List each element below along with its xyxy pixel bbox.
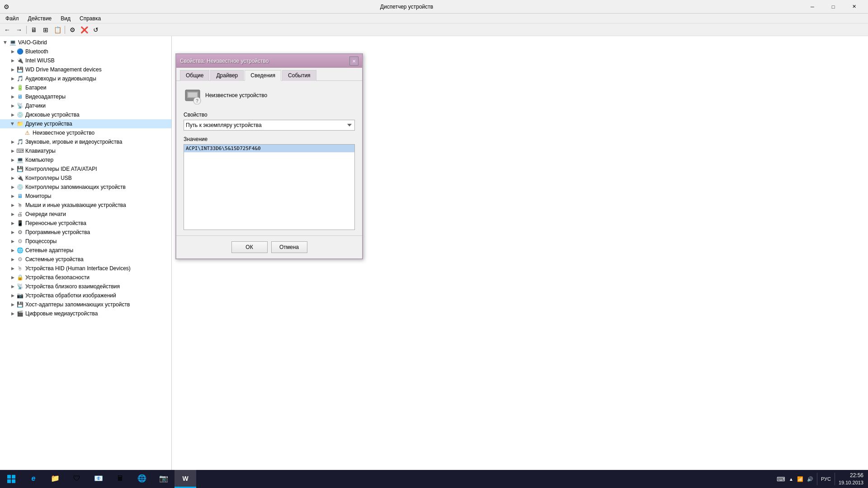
tree-item-ide[interactable]: ▶ 💾 Контроллеры IDE ATA/ATAPI [0, 164, 171, 174]
tree-root[interactable]: ▶ 💻 VAIO-Gibrid [0, 38, 171, 47]
battery-icon: 🔋 [16, 84, 24, 91]
security-label: Устройства безопасности [25, 274, 90, 281]
tree-item-bluetooth[interactable]: ▶ 🔵 Bluetooth [0, 47, 171, 56]
kbd-icon: ⌨ [16, 147, 24, 155]
taskbar-camera[interactable]: 📷 [153, 470, 175, 488]
wiusb-label: Intel WiUSB [25, 57, 55, 64]
tree-item-computer[interactable]: ▶ 💻 Компьютер [0, 155, 171, 164]
tree-item-display[interactable]: ▶ 🖥 Видеоадаптеры [0, 92, 171, 101]
tree-item-other[interactable]: ▶ 📁 Другие устройства [0, 119, 171, 128]
tree-item-software[interactable]: ▶ ⚙ Программные устройства [0, 228, 171, 237]
tree-item-sound[interactable]: ▶ 🎵 Звуковые, игровые и видеоустройства [0, 137, 171, 146]
menu-help[interactable]: Справка [76, 14, 104, 23]
title-controls: ─ □ ✕ [802, 0, 864, 14]
tree-item-media[interactable]: ▶ 🎬 Цифровые медиаустройства [0, 309, 171, 318]
tree-item-monitors[interactable]: ▶ 🖥 Мониторы [0, 192, 171, 201]
display-icon: 🖥 [16, 93, 24, 100]
dialog-title-bar: Свойства: Неизвестное устройство ✕ [176, 54, 362, 68]
value-empty-area [184, 152, 354, 228]
minimize-button[interactable]: ─ [802, 0, 823, 14]
battery-label: Батареи [25, 84, 46, 91]
taskbar-ie[interactable]: e [23, 470, 44, 488]
taskbar-calculator[interactable]: 🖩 [109, 470, 131, 488]
wiusb-chevron: ▶ [9, 57, 16, 64]
tree-item-processors[interactable]: ▶ ⚙ Процессоры [0, 237, 171, 246]
software-label: Программные устройства [25, 229, 90, 235]
taskbar-word[interactable]: W [175, 470, 196, 488]
root-label: VAIO-Gibrid [18, 39, 47, 46]
toolbar-btn-2[interactable]: → [14, 25, 24, 35]
maximize-button[interactable]: □ [823, 0, 844, 14]
hostadapter-icon: 💾 [16, 301, 24, 308]
close-button[interactable]: ✕ [844, 0, 864, 14]
menu-file[interactable]: Файл [2, 14, 23, 23]
tab-driver[interactable]: Драйвер [210, 70, 244, 81]
tree-item-kbd[interactable]: ▶ ⌨ Клавиатуры [0, 146, 171, 155]
network-icon: 📶 [797, 476, 803, 482]
tab-events[interactable]: События [282, 70, 316, 81]
svg-text:?: ? [196, 99, 198, 103]
taskbar-browser[interactable]: 🌐 [131, 470, 153, 488]
unknown-icon: ⚠ [24, 129, 31, 136]
toolbar-btn-6[interactable]: ⚙ [67, 25, 78, 35]
cancel-button[interactable]: Отмена [271, 241, 307, 253]
menu-action[interactable]: Действие [24, 14, 56, 23]
tree-item-network[interactable]: ▶ 🌐 Сетевые адаптеры [0, 246, 171, 255]
proximity-chevron: ▶ [9, 283, 16, 290]
menu-view[interactable]: Вид [57, 14, 74, 23]
tree-item-mice[interactable]: ▶ 🖱 Мыши и иные указывающие устройства [0, 201, 171, 210]
hostadapter-chevron: ▶ [9, 301, 16, 308]
other-icon: 📁 [16, 120, 24, 127]
tree-item-sysdev[interactable]: ▶ ⚙ Системные устройства [0, 255, 171, 264]
tree-item-wddrive[interactable]: ▶ 💾 WD Drive Management devices [0, 65, 171, 74]
toolbar-btn-3[interactable]: 🖥 [28, 25, 39, 35]
usb-chevron: ▶ [9, 174, 16, 182]
property-select[interactable]: Путь к экземпляру устройства [184, 120, 355, 131]
tree-item-proximity[interactable]: ▶ 📡 Устройства близкого взаимодействия [0, 282, 171, 291]
tree-item-print[interactable]: ▶ 🖨 Очереди печати [0, 210, 171, 219]
toolbar-btn-4[interactable]: ⊞ [40, 25, 51, 35]
start-button[interactable] [0, 470, 23, 488]
windows-logo-icon [7, 474, 16, 483]
tab-details[interactable]: Сведения [245, 70, 281, 81]
taskbar-security[interactable]: 🛡 [66, 470, 88, 488]
tree-item-audio[interactable]: ▶ 🎵 Аудиовходы и аудиовыходы [0, 74, 171, 83]
dialog-tabs: Общие Драйвер Сведения События [176, 68, 362, 81]
toolbar-sep-2 [65, 26, 65, 34]
toolbar-btn-1[interactable]: ← [2, 25, 13, 35]
tree-item-usb[interactable]: ▶ 🔌 Контроллеры USB [0, 174, 171, 183]
tree-item-portable[interactable]: ▶ 📱 Переносные устройства [0, 219, 171, 228]
usb-icon: 🔌 [16, 174, 24, 182]
tree-item-security[interactable]: ▶ 🔒 Устройства безопасности [0, 273, 171, 282]
clock-date: 19.10.2013 [839, 479, 863, 486]
toolbar-btn-5[interactable]: 📋 [52, 25, 63, 35]
disk-label: Дисковые устройства [25, 112, 80, 118]
audio-chevron: ▶ [9, 75, 16, 82]
unknown-label: Неизвестное устройство [33, 130, 94, 136]
toolbar-btn-7[interactable]: ❌ [79, 25, 90, 35]
tree-item-battery[interactable]: ▶ 🔋 Батареи [0, 83, 171, 92]
monitors-chevron: ▶ [9, 192, 16, 200]
tree-item-disk[interactable]: ▶ 💿 Дисковые устройства [0, 110, 171, 119]
security-icon: 🔒 [16, 274, 24, 281]
sysdev-label: Системные устройства [25, 256, 84, 263]
tray-sep [817, 473, 817, 485]
tray-arrow[interactable]: ▲ [789, 477, 793, 482]
kbd-label: Клавиатуры [25, 148, 56, 154]
sound-label: Звуковые, игровые и видеоустройства [25, 139, 122, 145]
tree-item-wiusb[interactable]: ▶ 🔌 Intel WiUSB [0, 56, 171, 65]
tab-general[interactable]: Общие [180, 70, 209, 81]
tree-item-imaging[interactable]: ▶ 📷 Устройства обработки изображений [0, 291, 171, 300]
toolbar-btn-8[interactable]: ↺ [90, 25, 101, 35]
dialog-close-button[interactable]: ✕ [349, 56, 359, 66]
root-chevron: ▶ [2, 39, 9, 46]
tree-item-unknown[interactable]: ▶ ⚠ Неизвестное устройство [0, 128, 171, 137]
taskbar-explorer[interactable]: 📁 [44, 470, 66, 488]
ok-button[interactable]: ОК [231, 241, 268, 253]
tree-item-hid[interactable]: ▶ 🖱 Устройства HID (Human Interface Devi… [0, 264, 171, 273]
tree-item-hostadapter[interactable]: ▶ 💾 Хост-адаптеры запоминающих устройств [0, 300, 171, 309]
taskbar-outlook[interactable]: 📧 [88, 470, 109, 488]
tree-item-storage[interactable]: ▶ 💿 Контроллеры запоминающих устройств [0, 183, 171, 192]
clock-sep [835, 473, 835, 485]
tree-item-sensors[interactable]: ▶ 📡 Датчики [0, 101, 171, 110]
